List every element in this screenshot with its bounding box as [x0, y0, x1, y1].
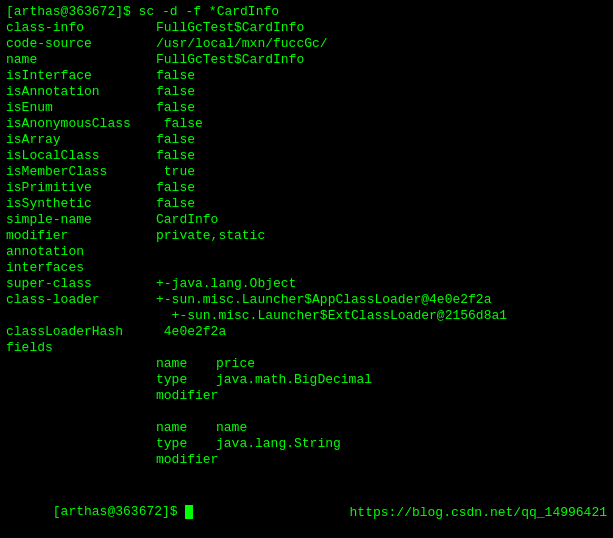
field2-type-label: type [156, 436, 216, 452]
url-text: https://blog.csdn.net/qq_14996421 [350, 505, 607, 520]
label-isEnum: isEnum [6, 100, 156, 116]
row-class-loader-ext: +-sun.misc.Launcher$ExtClassLoader@2156d… [6, 308, 607, 324]
row-code-source: code-source /usr/local/mxn/fuccGc/ [6, 36, 607, 52]
prompt-line-2: [arthas@363672]$ [6, 488, 193, 536]
value-isArray: false [156, 132, 195, 148]
field2-name-label: name [156, 420, 216, 436]
value-code-source: /usr/local/mxn/fuccGc/ [156, 36, 328, 52]
value-isMemberClass: true [156, 164, 195, 180]
row-isArray: isArray false [6, 132, 607, 148]
row-fields: fields [6, 340, 607, 356]
field2-name-row: name name [6, 420, 607, 436]
field1-type-row: type java.math.BigDecimal [6, 372, 607, 388]
field1-spacer [6, 404, 607, 420]
row-super-class: super-class +-java.lang.Object [6, 276, 607, 292]
row-modifier: modifier private,static [6, 228, 607, 244]
label-isAnonymousClass: isAnonymousClass [6, 116, 156, 132]
label-isMemberClass: isMemberClass [6, 164, 156, 180]
field2-spacer [6, 468, 607, 484]
row-simple-name: simple-name CardInfo [6, 212, 607, 228]
field2-type-row: type java.lang.String [6, 436, 607, 452]
row-annotation: annotation [6, 244, 607, 260]
label-class-loader-ext [6, 308, 156, 324]
value-isAnnotation: false [156, 84, 195, 100]
row-class-loader: class-loader +-sun.misc.Launcher$AppClas… [6, 292, 607, 308]
label-annotation: annotation [6, 244, 156, 260]
label-name: name [6, 52, 156, 68]
row-isEnum: isEnum false [6, 100, 607, 116]
label-interfaces: interfaces [6, 260, 156, 276]
label-isPrimitive: isPrimitive [6, 180, 156, 196]
label-class-info: class-info [6, 20, 156, 36]
field1-name-label: name [156, 356, 216, 372]
value-isLocalClass: false [156, 148, 195, 164]
value-class-loader-ext: +-sun.misc.Launcher$ExtClassLoader@2156d… [156, 308, 507, 324]
field1-type-label: type [156, 372, 216, 388]
label-code-source: code-source [6, 36, 156, 52]
value-classLoaderHash: 4e0e2f2a [156, 324, 226, 340]
value-isPrimitive: false [156, 180, 195, 196]
row-isPrimitive: isPrimitive false [6, 180, 607, 196]
field2-type-value: java.lang.String [216, 436, 341, 452]
row-isAnonymousClass: isAnonymousClass false [6, 116, 607, 132]
label-simple-name: simple-name [6, 212, 156, 228]
field1-type-value: java.math.BigDecimal [216, 372, 372, 388]
row-isLocalClass: isLocalClass false [6, 148, 607, 164]
label-isLocalClass: isLocalClass [6, 148, 156, 164]
row-isAnnotation: isAnnotation false [6, 84, 607, 100]
row-interfaces: interfaces [6, 260, 607, 276]
row-class-info: class-info FullGcTest$CardInfo [6, 20, 607, 36]
label-classLoaderHash: classLoaderHash [6, 324, 156, 340]
prompt-line-1: [arthas@363672]$ sc -d -f *CardInfo [6, 4, 607, 20]
label-isArray: isArray [6, 132, 156, 148]
value-modifier: private,static [156, 228, 265, 244]
field1-mod-label: modifier [156, 388, 216, 404]
row-name: name FullGcTest$CardInfo [6, 52, 607, 68]
label-class-loader: class-loader [6, 292, 156, 308]
label-super-class: super-class [6, 276, 156, 292]
label-isAnnotation: isAnnotation [6, 84, 156, 100]
label-fields: fields [6, 340, 156, 356]
bottom-bar: [arthas@363672]$ https://blog.csdn.net/q… [0, 486, 613, 538]
row-isSynthetic: isSynthetic false [6, 196, 607, 212]
field2-name-value: name [216, 420, 247, 436]
row-classLoaderHash: classLoaderHash 4e0e2f2a [6, 324, 607, 340]
value-isSynthetic: false [156, 196, 195, 212]
label-isSynthetic: isSynthetic [6, 196, 156, 212]
value-isInterface: false [156, 68, 195, 84]
value-super-class: +-java.lang.Object [156, 276, 296, 292]
value-isAnonymousClass: false [156, 116, 203, 132]
field2-mod-row: modifier [6, 452, 607, 468]
value-name: FullGcTest$CardInfo [156, 52, 304, 68]
field1-mod-row: modifier [6, 388, 607, 404]
terminal-window: [arthas@363672]$ sc -d -f *CardInfo clas… [0, 0, 613, 538]
field2-mod-label: modifier [156, 452, 216, 468]
row-isMemberClass: isMemberClass true [6, 164, 607, 180]
label-modifier: modifier [6, 228, 156, 244]
field1-name-value: price [216, 356, 255, 372]
cursor-block [185, 505, 193, 519]
value-class-info: FullGcTest$CardInfo [156, 20, 304, 36]
row-isInterface: isInterface false [6, 68, 607, 84]
label-isInterface: isInterface [6, 68, 156, 84]
field1-name-row: name price [6, 356, 607, 372]
value-class-loader: +-sun.misc.Launcher$AppClassLoader@4e0e2… [156, 292, 491, 308]
value-isEnum: false [156, 100, 195, 116]
value-simple-name: CardInfo [156, 212, 218, 228]
